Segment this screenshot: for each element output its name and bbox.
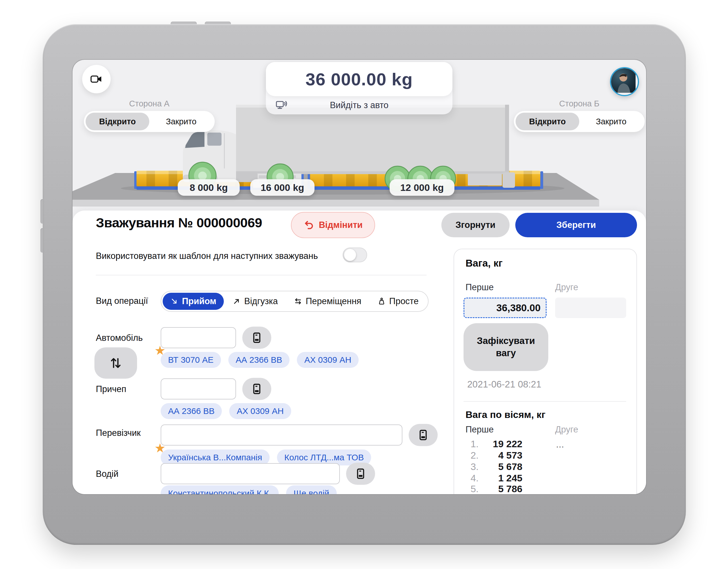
vehicle-input[interactable] [161,327,236,348]
user-avatar[interactable] [610,67,639,96]
favorite-star-icon: ★ [154,442,166,454]
axle-group-badge: 12 000 kg [390,179,454,196]
contact-book-icon [354,467,367,480]
axle-weights-title: Вага по вісям, кг [466,409,545,420]
operation-option-simple[interactable]: Просте [370,293,426,310]
save-button[interactable]: Зберегти [515,213,637,237]
axle-first-label: Перше [466,425,494,435]
tablet-frame: 36 000.00 kg Вийдіть з авто [43,24,686,545]
operation-option-label: Відгузка [244,296,278,307]
weight-panel-title: Вага, кг [466,257,502,269]
collapse-button[interactable]: Згорнути [441,213,510,237]
contact-book-icon [417,429,430,442]
undo-icon [303,219,315,231]
operation-option-ship[interactable]: Відгузка [225,293,285,310]
contact-book-icon [250,382,263,396]
swap-vertical-icon [108,356,123,371]
trailer-plate-chip[interactable]: АА 2366 ВВ [161,403,222,419]
operation-option-receive[interactable]: Прийом [163,293,224,310]
divider [464,401,626,402]
axle-group-badge: 8 000 kg [178,179,240,196]
swap-vehicle-trailer-button[interactable] [94,348,137,379]
vehicle-plate-chip[interactable]: АХ 0309 АН [297,352,359,368]
operation-type-label: Вид операції [96,296,148,306]
trailer-input[interactable] [161,378,236,400]
operation-option-label: Просте [389,296,419,307]
axle-weight-row: 4. 1 245 [466,472,522,484]
live-weight-toast: 36 000.00 kg Вийдіть з авто [266,62,452,114]
carrier-directory-button[interactable] [409,424,438,446]
carrier-label: Перевізчик [96,428,141,438]
vehicle-plate-chip[interactable]: АА 2366 ВВ [228,352,289,368]
axle-value: 1 245 [483,472,522,484]
trailer-label: Причеп [96,384,126,394]
axle-number: 1. [466,438,479,450]
axle-value: 19 222 [483,438,522,450]
template-toggle[interactable] [343,247,367,262]
driver-label: Водій [96,469,119,479]
operation-option-label: Прийом [182,296,216,307]
operation-option-label: Переміщення [306,296,361,307]
page-title: Зважування № 000000069 [96,215,262,230]
vehicle-plate-chip[interactable]: ВТ 3070 АЕ [161,352,221,368]
divider [96,275,427,275]
side-a-closed-option[interactable]: Закрито [149,113,213,130]
vehicle-label: Автомобіль [96,333,143,343]
side-b-toggle: Відкрито Закрито [514,111,645,132]
operation-option-move[interactable]: Переміщення [286,293,369,310]
announcement-icon [275,98,288,111]
arrows-left-right-icon [294,297,302,306]
driver-chip[interactable]: Константинопольский К.К. [161,485,279,494]
weight-icon [377,297,386,306]
trailer-plate-chip[interactable]: АХ 0309 АН [229,403,291,419]
template-toggle-label: Використовувати як шаблон для наступних … [96,251,318,261]
live-weight-value: 36 000.00 kg [266,62,452,96]
video-camera-icon [90,72,103,86]
axle-weight-row: 5. 5 786 [466,483,522,494]
side-a-label: Сторона А [84,99,215,108]
operation-type-segmented-control: Прийом Відгузка Переміщення [161,291,429,312]
fix-weight-button[interactable]: Зафіксувати вагу [464,323,548,371]
arrow-up-right-icon [232,297,241,306]
arrow-down-right-icon [170,297,179,306]
cancel-button[interactable]: Відмінити [291,212,375,238]
contact-book-icon [250,331,263,344]
side-b-open-option[interactable]: Відкрито [516,113,579,130]
camera-button[interactable] [82,65,111,93]
axle-weight-row: 2. 4 573 [466,450,522,461]
first-weight-timestamp: 2021-06-21 08:21 [467,379,541,390]
side-a-open-option[interactable]: Відкрито [86,113,149,130]
driver-input[interactable] [161,463,340,484]
axle-second-placeholder: ... [556,439,564,450]
first-weight-input[interactable] [464,298,547,318]
axle-group-badge: 16 000 kg [250,179,315,196]
axle-value: 4 573 [483,450,522,461]
axle-number: 2. [466,450,479,461]
axle-value: 5 678 [483,461,522,472]
axle-value: 5 786 [483,483,522,494]
vehicle-directory-button[interactable] [242,327,271,349]
trailer-directory-button[interactable] [242,378,271,400]
live-weight-message: Вийдіть з авто [330,100,388,110]
toggle-knob [344,249,356,261]
first-weight-label: Перше [466,282,494,293]
driver-chip[interactable]: Ще водій [286,485,337,494]
driver-directory-button[interactable] [346,463,375,485]
axle-weight-row: 1. 19 222 [466,438,522,450]
axle-number: 4. [466,472,479,484]
side-b-closed-option[interactable]: Закрито [579,113,643,130]
axle-number: 5. [466,483,479,494]
favorite-star-icon: ★ [154,344,166,357]
app-screen: 36 000.00 kg Вийдіть з авто [73,60,646,494]
cancel-button-label: Відмінити [319,220,363,230]
second-weight-input[interactable] [555,298,626,318]
axle-number: 3. [466,461,479,472]
carrier-input[interactable] [161,425,402,446]
axle-weight-row: 3. 5 678 [466,461,522,472]
second-weight-label: Друге [555,282,578,293]
side-a-toggle: Відкрито Закрито [84,111,215,132]
side-b-label: Сторона Б [514,99,645,108]
axle-second-label: Друге [555,425,578,435]
